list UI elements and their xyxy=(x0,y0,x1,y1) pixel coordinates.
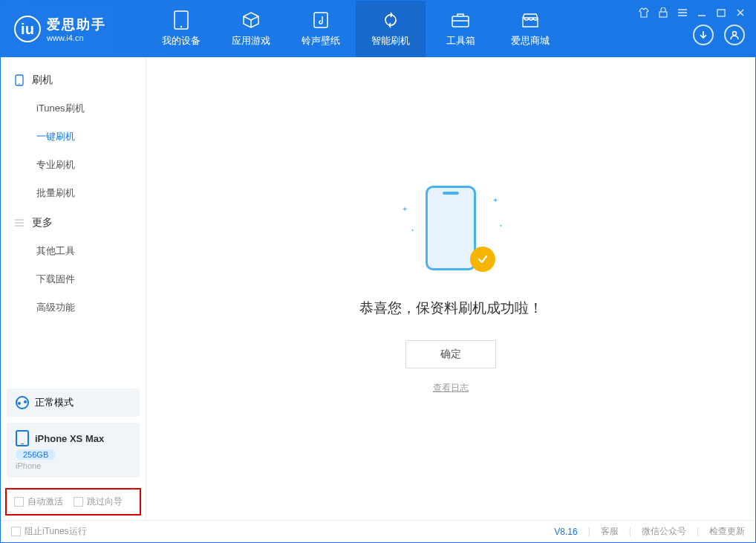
app-subtitle: www.i4.cn xyxy=(47,33,106,42)
sidebar-group-more[interactable]: 更多 xyxy=(1,207,146,237)
svg-point-6 xyxy=(733,32,737,36)
sparkle-icon: ✦ xyxy=(411,227,414,233)
tab-label: 我的设备 xyxy=(162,34,201,48)
svg-rect-4 xyxy=(659,12,667,17)
svg-point-1 xyxy=(180,26,182,27)
device-icon xyxy=(172,10,191,30)
tab-my-device[interactable]: 我的设备 xyxy=(146,1,216,57)
device-type: iPhone xyxy=(16,461,131,470)
tab-label: 智能刷机 xyxy=(371,34,410,48)
minimize-icon[interactable] xyxy=(696,7,708,19)
svg-rect-2 xyxy=(314,13,328,27)
tab-toolbox[interactable]: 工具箱 xyxy=(426,1,495,57)
svg-rect-5 xyxy=(717,10,725,16)
logo-area: iu 爱思助手 www.i4.cn xyxy=(1,16,146,42)
device-card[interactable]: iPhone XS Max 256GB iPhone xyxy=(7,423,140,478)
title-bar: iu 爱思助手 www.i4.cn 我的设备 应用游戏 铃声壁纸 智能刷机 工具… xyxy=(1,1,755,57)
menu-icon[interactable] xyxy=(677,7,688,19)
view-log-link[interactable]: 查看日志 xyxy=(433,382,469,394)
download-icon[interactable] xyxy=(693,25,714,45)
check-badge-icon xyxy=(470,247,495,272)
success-message: 恭喜您，保资料刷机成功啦！ xyxy=(359,299,543,318)
sidebar-item-other-tools[interactable]: 其他工具 xyxy=(1,237,146,265)
sidebar-group-flash[interactable]: 刷机 xyxy=(1,65,146,94)
tab-label: 工具箱 xyxy=(446,34,475,48)
shirt-icon[interactable] xyxy=(638,7,650,19)
lock-icon[interactable] xyxy=(657,7,669,19)
window-controls xyxy=(638,1,755,19)
app-logo-icon: iu xyxy=(14,16,41,42)
sidebar-item-pro-flash[interactable]: 专业刷机 xyxy=(1,151,146,179)
maximize-icon[interactable] xyxy=(715,7,727,19)
tab-label: 爱思商城 xyxy=(511,34,550,48)
ok-button[interactable]: 确定 xyxy=(405,340,496,368)
tab-flash[interactable]: 智能刷机 xyxy=(356,1,426,57)
sidebar-item-download-fw[interactable]: 下载固件 xyxy=(1,265,146,293)
checkbox-auto-activate[interactable]: 自动激活 xyxy=(14,495,63,508)
user-icon[interactable] xyxy=(724,25,745,45)
tab-apps-games[interactable]: 应用游戏 xyxy=(216,1,286,57)
app-title: 爱思助手 xyxy=(47,16,106,33)
svg-rect-3 xyxy=(452,16,469,27)
sparkle-icon: ✦ xyxy=(499,223,503,228)
link-support[interactable]: 客服 xyxy=(588,525,619,538)
mode-label: 正常模式 xyxy=(35,396,74,409)
link-check-update[interactable]: 检查更新 xyxy=(697,525,745,538)
close-icon[interactable] xyxy=(734,7,746,19)
phone-shape-icon xyxy=(426,186,476,270)
mode-card[interactable]: 正常模式 xyxy=(7,388,140,417)
tab-store[interactable]: 爱思商城 xyxy=(495,1,565,57)
checkbox-label: 自动激活 xyxy=(27,495,63,508)
toolbox-icon xyxy=(451,10,470,30)
svg-point-8 xyxy=(19,83,20,85)
nav-tabs: 我的设备 应用游戏 铃声壁纸 智能刷机 工具箱 爱思商城 xyxy=(146,1,565,57)
phone-icon xyxy=(14,75,25,85)
device-name: iPhone XS Max xyxy=(35,433,104,444)
checkbox-label: 跳过向导 xyxy=(87,495,123,508)
cube-icon xyxy=(241,10,261,30)
status-bar: 阻止iTunes运行 V8.16 客服 微信公众号 检查更新 xyxy=(1,520,755,542)
success-illustration: ✦ ✦ ✦ ✦ xyxy=(399,183,503,279)
group-title: 更多 xyxy=(32,216,53,230)
phone-icon xyxy=(16,430,29,446)
sidebar-item-itunes-flash[interactable]: iTunes刷机 xyxy=(1,94,146,123)
refresh-icon xyxy=(381,10,400,30)
sparkle-icon: ✦ xyxy=(492,196,498,204)
group-title: 刷机 xyxy=(32,74,53,87)
music-icon xyxy=(311,10,330,30)
sidebar-item-batch-flash[interactable]: 批量刷机 xyxy=(1,179,146,207)
mode-icon xyxy=(16,396,29,409)
tab-label: 应用游戏 xyxy=(232,34,270,48)
link-wechat[interactable]: 微信公众号 xyxy=(629,525,686,538)
sparkle-icon: ✦ xyxy=(402,205,408,213)
checkbox-skip-guide[interactable]: 跳过向导 xyxy=(74,495,123,508)
options-highlight-box: 自动激活 跳过向导 xyxy=(5,488,141,516)
checkbox-label: 阻止iTunes运行 xyxy=(25,525,87,538)
sidebar-item-oneclick-flash[interactable]: 一键刷机 xyxy=(1,123,146,151)
tab-ringtones[interactable]: 铃声壁纸 xyxy=(286,1,356,57)
tab-label: 铃声壁纸 xyxy=(302,34,340,48)
store-icon xyxy=(521,10,540,30)
storage-badge: 256GB xyxy=(16,449,56,460)
sidebar-item-advanced[interactable]: 高级功能 xyxy=(1,293,146,322)
version-label: V8.16 xyxy=(554,527,577,537)
list-icon xyxy=(14,218,25,228)
sidebar: 刷机 iTunes刷机 一键刷机 专业刷机 批量刷机 更多 其他工具 下载固件 … xyxy=(1,57,146,520)
checkbox-icon xyxy=(74,497,83,507)
checkbox-icon xyxy=(14,497,24,507)
main-content: ✦ ✦ ✦ ✦ 恭喜您，保资料刷机成功啦！ 确定 查看日志 xyxy=(146,57,755,520)
checkbox-icon xyxy=(11,527,21,536)
checkbox-block-itunes[interactable]: 阻止iTunes运行 xyxy=(11,525,87,538)
